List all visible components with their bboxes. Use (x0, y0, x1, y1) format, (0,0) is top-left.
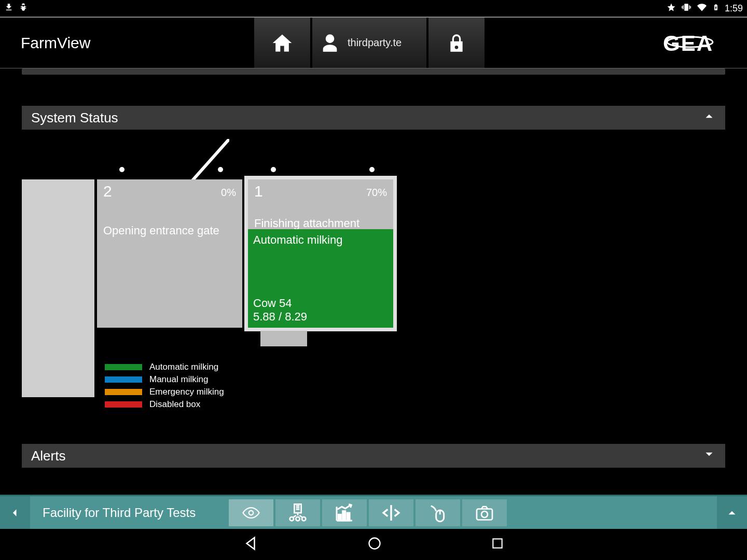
app-header: FarmView thirdparty.te GEA (0, 18, 747, 68)
swatch-green (105, 364, 142, 370)
wifi-icon (697, 3, 707, 15)
svg-line-12 (294, 515, 296, 517)
side-block (22, 179, 94, 397)
milking-box-2[interactable]: 2 0% Opening entrance gate (97, 179, 242, 328)
system-status-body: 2 0% Opening entrance gate 1 70% Finishi… (22, 130, 725, 420)
svg-rect-25 (493, 539, 502, 548)
svg-point-10 (296, 517, 300, 521)
collapsed-section-sliver[interactable] (22, 68, 725, 75)
dot (271, 167, 276, 172)
legend-row-auto: Automatic milking (105, 361, 224, 373)
svg-text:GEA: GEA (663, 31, 713, 55)
box-mode-panel: Automatic milking Cow 54 5.88 / 8.29 (248, 229, 393, 328)
stats-button[interactable] (322, 499, 367, 526)
svg-rect-16 (339, 514, 341, 521)
svg-line-2 (188, 139, 229, 186)
box-percent: 0% (221, 187, 236, 199)
svg-point-11 (302, 517, 306, 521)
dot (218, 167, 223, 172)
svg-point-24 (369, 538, 380, 549)
box-number: 2 (103, 183, 112, 200)
android-status-bar: 1:59 (0, 0, 747, 17)
status-time: 1:59 (725, 3, 743, 14)
expand-up-button[interactable] (717, 496, 747, 529)
mouse-button[interactable] (416, 499, 460, 526)
android-nav-bar (0, 529, 747, 560)
swatch-red (105, 401, 142, 408)
svg-rect-18 (347, 513, 350, 521)
nav-home-button[interactable] (367, 536, 382, 553)
user-label: thirdparty.te (348, 37, 402, 49)
svg-point-3 (249, 510, 254, 515)
vibrate-icon (681, 3, 691, 15)
svg-point-9 (290, 517, 294, 521)
battery-charging-icon (712, 2, 720, 15)
legend-label: Automatic milking (149, 362, 218, 372)
milking-box-1[interactable]: 1 70% Finishing attachment Automatic mil… (248, 179, 393, 328)
facility-title: Facility for Third Party Tests (30, 506, 208, 520)
nav-recent-button[interactable] (491, 537, 504, 552)
camera-button[interactable] (462, 499, 507, 526)
dot (119, 167, 125, 172)
alerts-title: Alerts (31, 448, 65, 464)
legend-label: Manual milking (149, 374, 208, 385)
lock-button[interactable] (428, 18, 485, 68)
box-cow: Cow 54 (253, 297, 292, 310)
milking-diagram: 2 0% Opening entrance gate 1 70% Finishi… (22, 130, 725, 420)
gate-line (188, 139, 229, 186)
main-area: System Status 2 0% Opening entrance gate (0, 68, 747, 461)
swatch-orange (105, 389, 142, 395)
chevron-up-icon (702, 109, 716, 126)
alerts-header[interactable]: Alerts (22, 444, 725, 468)
svg-line-13 (300, 515, 302, 517)
box-status: Opening entrance gate (103, 224, 219, 237)
legend: Automatic milking Manual milking Emergen… (105, 361, 224, 411)
back-button[interactable] (0, 496, 30, 529)
download-icon (4, 3, 13, 15)
bottom-toolbar: Facility for Third Party Tests (0, 495, 747, 529)
farm-button[interactable] (275, 499, 320, 526)
box-yield: 5.88 / 8.29 (253, 310, 307, 324)
legend-label: Disabled box (149, 399, 200, 410)
box-mode-label: Automatic milking (253, 233, 388, 247)
debug-icon (19, 3, 28, 15)
app-title: FarmView (21, 34, 90, 52)
legend-row-manual: Manual milking (105, 373, 224, 386)
system-status-title: System Status (31, 110, 118, 126)
nav-back-button[interactable] (243, 536, 258, 553)
view-button[interactable] (229, 499, 273, 526)
star-icon (667, 3, 676, 15)
user-button[interactable]: thirdparty.te (312, 18, 426, 68)
dot (369, 167, 375, 172)
legend-label: Emergency milking (149, 387, 224, 397)
legend-row-emergency: Emergency milking (105, 386, 224, 398)
stub-block (260, 331, 307, 346)
system-status-header[interactable]: System Status (22, 106, 725, 130)
chevron-down-icon (702, 447, 716, 465)
svg-rect-17 (343, 511, 345, 520)
swatch-blue (105, 376, 142, 383)
home-button[interactable] (254, 18, 310, 68)
svg-point-23 (481, 511, 488, 517)
box-number: 1 (254, 183, 263, 200)
split-button[interactable] (369, 499, 413, 526)
brand-logo: GEA (663, 29, 736, 59)
box-percent: 70% (366, 187, 387, 199)
box-status: Finishing attachment (254, 217, 359, 230)
legend-row-disabled: Disabled box (105, 398, 224, 411)
